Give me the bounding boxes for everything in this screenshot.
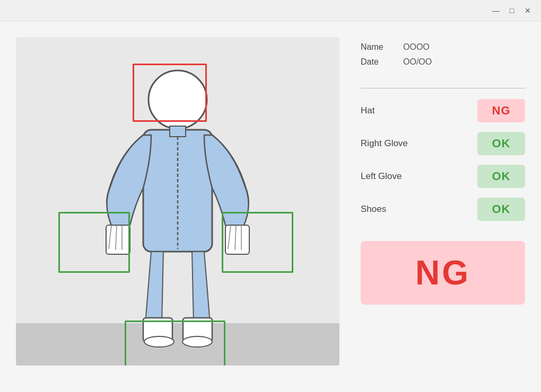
check-label-0: Hat [361,105,419,116]
shoes-detection-box [125,320,225,366]
date-label: Date [361,57,392,67]
check-row-left-glove: Left GloveOK [361,165,525,188]
check-row-right-glove: Right GloveOK [361,132,525,155]
titlebar: — □ ✕ [0,0,541,21]
status-badge-1: OK [477,132,525,155]
figure-canvas [16,37,339,366]
name-row: Name OOOO [361,42,525,52]
status-badge-3: OK [477,198,525,221]
divider [361,88,525,88]
check-row-hat: HatNG [361,99,525,122]
overall-result: NG [361,241,525,305]
hat-detection-box [133,64,207,122]
main-window: — □ ✕ [0,0,541,392]
check-label-1: Right Glove [361,138,419,149]
minimize-button[interactable]: — [488,3,504,19]
check-row-shoes: ShoesOK [361,198,525,221]
status-badge-0: NG [477,99,525,122]
close-button[interactable]: ✕ [520,3,536,19]
main-content: Name OOOO Date OO/OO HatNGRight GloveOKL… [0,21,541,392]
name-label: Name [361,42,392,52]
right-glove-detection-box [58,212,130,273]
check-rows: HatNGRight GloveOKLeft GloveOKShoesOK [361,99,525,230]
check-label-3: Shoes [361,204,419,215]
info-section: Name OOOO Date OO/OO [361,42,525,72]
check-label-2: Left Glove [361,171,419,182]
overall-result-text: NG [415,253,470,292]
right-panel: Name OOOO Date OO/OO HatNGRight GloveOKL… [361,37,525,376]
date-row: Date OO/OO [361,57,525,67]
date-value: OO/OO [403,57,432,67]
svg-rect-15 [170,126,186,137]
maximize-button[interactable]: □ [504,3,520,19]
name-value: OOOO [403,42,430,52]
left-glove-detection-box [222,212,293,273]
status-badge-2: OK [477,165,525,188]
